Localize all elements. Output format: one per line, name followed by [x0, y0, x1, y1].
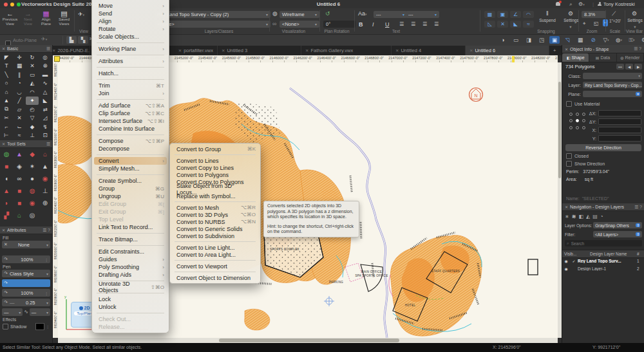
menu-item-link-text-to-record[interactable]: Link Text to Record...	[92, 223, 169, 231]
menu-item-move[interactable]: Move›	[92, 2, 169, 10]
basic-tool-3-icon[interactable]: ◎	[39, 53, 52, 62]
submenu-item-convert-to-line-light[interactable]: Convert to Line Light...	[170, 244, 260, 251]
menu-item-combine-into-surface[interactable]: Combine Into Surface	[92, 125, 169, 133]
viewbar-tool-10-icon[interactable]: ⚿▾	[627, 36, 637, 44]
close-window-button[interactable]	[4, 3, 8, 6]
basic-tool-0-icon[interactable]: ◤	[0, 53, 13, 62]
basic-tool-30-icon[interactable]: ▽	[26, 114, 39, 123]
gear-icon[interactable]: ⚙▾	[578, 1, 585, 7]
menu-icon[interactable]: ☰	[46, 46, 50, 51]
close-icon[interactable]: ✕	[2, 228, 5, 232]
basic-tool-15-icon[interactable]: ∿	[39, 79, 52, 88]
close-icon[interactable]: ✕	[2, 46, 5, 51]
menu-item-scale-objects[interactable]: Scale Objects...	[92, 33, 169, 41]
nav-view-5-icon[interactable]: ◔	[600, 214, 603, 219]
submenu-item-convert-to-subdivision[interactable]: Convert to Subdivision	[170, 232, 260, 239]
layer-dropdown[interactable]: Rey Land Topo Survey - Cop...▾	[583, 82, 642, 88]
basic-tool-17-icon[interactable]: ◡	[13, 88, 26, 97]
menu-item-trim[interactable]: Trim⌘T	[92, 82, 169, 89]
menu-icon[interactable]: ☰	[46, 142, 50, 147]
visibility-eye-icon[interactable]: ◉	[562, 259, 570, 263]
toolset-7-icon[interactable]: ▲	[39, 160, 52, 172]
tab-untitled-4[interactable]: ✕Untitled 4	[392, 46, 466, 55]
basic-tool-13-icon[interactable]: ◔	[13, 79, 26, 88]
submenu-item-convert-to-generic-solids[interactable]: Convert to Generic Solids	[170, 225, 260, 232]
toolset-10-icon[interactable]: ●	[26, 172, 39, 185]
x-field[interactable]	[598, 127, 641, 133]
basic-tool-5-icon[interactable]: ▦	[13, 62, 26, 71]
align-justify-icon[interactable]: ☰	[434, 21, 439, 27]
minimize-window-button[interactable]	[10, 3, 14, 6]
menu-item-add-surface[interactable]: Add Surface⌥⇧⌘A	[92, 102, 169, 109]
menu-item-working-plane[interactable]: Working Plane›	[92, 45, 169, 53]
basic-tool-36-icon[interactable]: ⊢	[0, 131, 13, 140]
tab-2026-fund-e[interactable]: ✕2026-FUND-E...	[48, 46, 90, 55]
toolset-5-icon[interactable]: ◈	[13, 160, 26, 172]
submenu-item-convert-to-lines[interactable]: Convert to Lines	[170, 157, 260, 164]
basic-tool-18-icon[interactable]: ◠	[26, 88, 39, 97]
render-style-dropdown[interactable]: <None>▾	[279, 21, 319, 28]
use-material-checkbox[interactable]	[566, 101, 572, 107]
snap-mode-5-icon[interactable]: ✕	[497, 21, 508, 28]
pen-color-swatch[interactable]: ↷	[2, 279, 50, 287]
menu-item-join[interactable]: Join›	[92, 89, 169, 97]
chevron-down-icon[interactable]: ▾	[567, 24, 574, 30]
pen-style-dropdown[interactable]: ↷Class Style▾	[2, 270, 50, 277]
bold-button[interactable]: B	[359, 21, 363, 28]
basic-tool-1-icon[interactable]: ✛	[13, 53, 26, 62]
basic-tool-6-icon[interactable]: ✕	[26, 62, 39, 71]
panel-menu-icons[interactable]: ☰ ?	[634, 205, 642, 210]
menu-item-drafting-aids[interactable]: Drafting Aids›	[92, 271, 169, 279]
basic-tool-24-icon[interactable]: ⧉	[0, 105, 13, 114]
underline-button[interactable]: U	[385, 21, 390, 28]
object-info-header[interactable]: ✕Object Info - Shape☰ ?	[562, 45, 644, 53]
object-name-field[interactable]: "SELECTED"	[582, 196, 609, 201]
menu-item-rotate[interactable]: Rotate›	[92, 25, 169, 33]
viewbar-tool-0-icon[interactable]: ◑	[498, 36, 508, 44]
toolset-3-icon[interactable]: ⌂	[39, 148, 52, 160]
tab-untitled-3[interactable]: ✕Untitled 3	[218, 46, 301, 55]
y-field[interactable]	[598, 135, 641, 142]
menu-item-guides[interactable]: Guides›	[92, 255, 169, 263]
snap-mode-6-icon[interactable]: ◣	[510, 21, 521, 28]
basic-tool-25-icon[interactable]: ▱	[13, 105, 26, 114]
menu-item-simplify-mesh[interactable]: Simplify Mesh...	[92, 165, 169, 172]
toolset-8-icon[interactable]: ◖	[0, 172, 13, 185]
oi-tab-shape[interactable]: ◧Shape	[562, 53, 589, 62]
fill-opacity-slider[interactable]: ↷100%⋮	[2, 255, 50, 263]
basic-tool-37-icon[interactable]: ≈	[13, 131, 26, 140]
menu-item-group[interactable]: Group⌘G	[92, 185, 169, 192]
menu-item-unrotate-3d-objects[interactable]: Unrotate 3D Objects⇧⌘O	[92, 283, 169, 291]
scale-icon[interactable]: ⟋	[612, 10, 616, 17]
shadow-checkbox[interactable]	[3, 324, 8, 329]
line-weight-dropdown[interactable]: ↷—0.25▾	[2, 299, 50, 306]
nav-view-0-icon[interactable]: ∗	[565, 214, 569, 219]
layer-options-dropdown[interactable]: Gray/Snap Others⇕	[593, 222, 642, 228]
menu-item-clip-surface[interactable]: Clip Surface⌥⇧⌘C	[92, 109, 169, 117]
basic-tool-12-icon[interactable]: ○	[0, 79, 13, 88]
toolset-18-icon[interactable]: ◉	[26, 197, 39, 209]
object-snap-mode-icon[interactable]: ▙	[66, 36, 77, 44]
line-style-dropdown[interactable]: —▾	[2, 308, 23, 316]
snap-mode-4-icon[interactable]: ◺	[484, 21, 495, 28]
basic-tool-22-icon[interactable]: ✦	[26, 97, 39, 106]
basic-tool-28-icon[interactable]: ✂	[0, 114, 13, 123]
viewbar-tool-9-icon[interactable]: ◍▾	[614, 36, 624, 44]
new-tab-button[interactable]: +	[549, 46, 562, 55]
close-tab-icon[interactable]: ✕	[178, 48, 182, 53]
dy-field[interactable]	[598, 118, 641, 125]
nav-view-2-icon[interactable]: ◧	[578, 214, 583, 219]
viewbar-settings-icon[interactable]: ⚙	[632, 10, 637, 17]
reverse-direction-button[interactable]: Reverse Direction	[565, 144, 641, 151]
marker-style-dropdown[interactable]: —▾	[30, 308, 50, 316]
basic-tool-34-icon[interactable]: ◆	[26, 122, 39, 131]
search-icon[interactable]: ⌕	[569, 1, 572, 8]
menu-item-edit-constraints[interactable]: Edit Constraints...	[92, 248, 169, 255]
toolset-22-icon[interactable]: ◎	[26, 209, 39, 221]
menu-item-send[interactable]: Send›	[92, 10, 169, 17]
airplane-view-icon[interactable]: ✈▾	[78, 11, 84, 17]
toolset-9-icon[interactable]: ∞	[13, 172, 26, 185]
align-right-icon[interactable]: ☰	[422, 21, 427, 27]
basic-palette-header[interactable]: ✕Basic☰	[0, 45, 52, 53]
plane-dropdown[interactable]: ▾	[583, 91, 642, 97]
